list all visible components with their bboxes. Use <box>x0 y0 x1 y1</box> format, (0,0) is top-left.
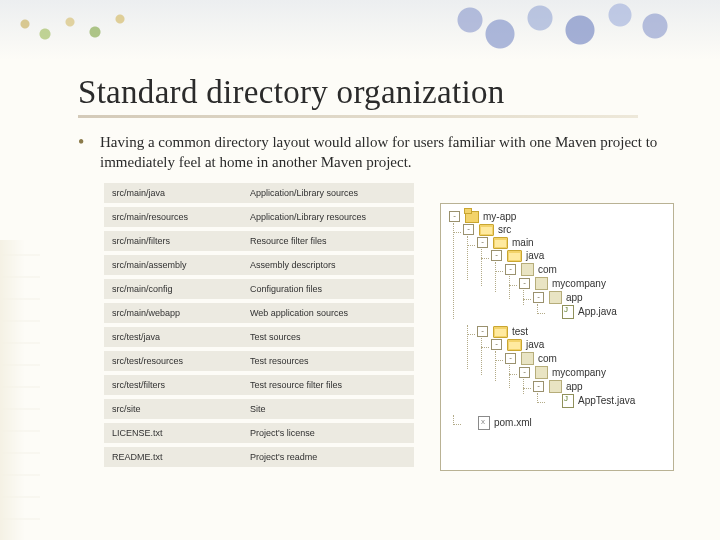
title-underline <box>78 115 638 118</box>
package-icon <box>549 380 562 393</box>
directory-table: src/main/javaApplication/Library sources… <box>104 183 414 471</box>
tree-label: java <box>526 339 544 350</box>
folder-icon <box>493 237 508 249</box>
tree-label: main <box>512 237 534 248</box>
expand-icon[interactable]: - <box>505 264 516 275</box>
table-row: README.txtProject's readme <box>104 445 414 469</box>
expand-icon[interactable]: - <box>449 211 460 222</box>
body-paragraph: Having a common directory layout would a… <box>100 132 680 173</box>
path-cell: src/main/webapp <box>104 301 242 325</box>
path-cell: src/main/filters <box>104 229 242 253</box>
desc-cell: Project's license <box>242 421 414 445</box>
expand-icon[interactable]: - <box>533 292 544 303</box>
table-row: src/main/assemblyAssembly descriptors <box>104 253 414 277</box>
tree-label: src <box>498 224 511 235</box>
table-row: src/main/configConfiguration files <box>104 277 414 301</box>
desc-cell: Application/Library sources <box>242 183 414 205</box>
package-icon <box>535 366 548 379</box>
tree-label: AppTest.java <box>578 395 635 406</box>
decorative-header-band <box>0 0 720 60</box>
desc-cell: Assembly descriptors <box>242 253 414 277</box>
expand-icon[interactable]: - <box>491 250 502 261</box>
table-row: src/test/javaTest sources <box>104 325 414 349</box>
package-icon <box>521 352 534 365</box>
tree-label: java <box>526 250 544 261</box>
desc-cell: Resource filter files <box>242 229 414 253</box>
path-cell: src/test/resources <box>104 349 242 373</box>
tree-label: mycompany <box>552 278 606 289</box>
desc-cell: Test resources <box>242 349 414 373</box>
table-row: src/main/resourcesApplication/Library re… <box>104 205 414 229</box>
desc-cell: Site <box>242 397 414 421</box>
java-file-icon <box>562 394 574 408</box>
folder-icon <box>507 250 522 262</box>
folder-icon <box>493 326 508 338</box>
tree-label: my-app <box>483 211 516 222</box>
desc-cell: Configuration files <box>242 277 414 301</box>
project-tree: -my-app -src -main -java <box>447 210 667 432</box>
java-file-icon <box>562 305 574 319</box>
project-tree-panel: -my-app -src -main -java <box>440 203 674 471</box>
tree-label: app <box>566 292 583 303</box>
tree-label: test <box>512 326 528 337</box>
desc-cell: Project's readme <box>242 445 414 469</box>
tree-label: mycompany <box>552 367 606 378</box>
expand-icon[interactable]: - <box>519 278 530 289</box>
path-cell: LICENSE.txt <box>104 421 242 445</box>
xml-file-icon <box>478 416 490 430</box>
path-cell: src/main/resources <box>104 205 242 229</box>
expand-icon[interactable]: - <box>505 353 516 364</box>
path-cell: src/main/java <box>104 183 242 205</box>
path-cell: src/main/assembly <box>104 253 242 277</box>
table-row: src/test/filtersTest resource filter fil… <box>104 373 414 397</box>
decorative-left-band <box>0 240 40 540</box>
desc-cell: Application/Library resources <box>242 205 414 229</box>
tree-label: app <box>566 381 583 392</box>
expand-icon[interactable]: - <box>463 224 474 235</box>
table-row: src/siteSite <box>104 397 414 421</box>
package-icon <box>549 291 562 304</box>
bullet-icon: • <box>78 132 100 173</box>
table-row: src/test/resourcesTest resources <box>104 349 414 373</box>
path-cell: src/test/filters <box>104 373 242 397</box>
tree-label: com <box>538 353 557 364</box>
desc-cell: Test sources <box>242 325 414 349</box>
path-cell: src/test/java <box>104 325 242 349</box>
path-cell: src/main/config <box>104 277 242 301</box>
tree-label: com <box>538 264 557 275</box>
expand-icon[interactable]: - <box>477 326 488 337</box>
project-icon <box>465 211 479 223</box>
folder-icon <box>507 339 522 351</box>
package-icon <box>535 277 548 290</box>
table-row: LICENSE.txtProject's license <box>104 421 414 445</box>
expand-icon[interactable]: - <box>519 367 530 378</box>
tree-label: App.java <box>578 306 617 317</box>
table-row: src/main/webappWeb application sources <box>104 301 414 325</box>
package-icon <box>521 263 534 276</box>
path-cell: src/site <box>104 397 242 421</box>
expand-icon[interactable]: - <box>491 339 502 350</box>
table-row: src/main/filtersResource filter files <box>104 229 414 253</box>
desc-cell: Web application sources <box>242 301 414 325</box>
table-row: src/main/javaApplication/Library sources <box>104 183 414 205</box>
desc-cell: Test resource filter files <box>242 373 414 397</box>
folder-icon <box>479 224 494 236</box>
expand-icon[interactable]: - <box>477 237 488 248</box>
path-cell: README.txt <box>104 445 242 469</box>
expand-icon[interactable]: - <box>533 381 544 392</box>
tree-label: pom.xml <box>494 417 532 428</box>
